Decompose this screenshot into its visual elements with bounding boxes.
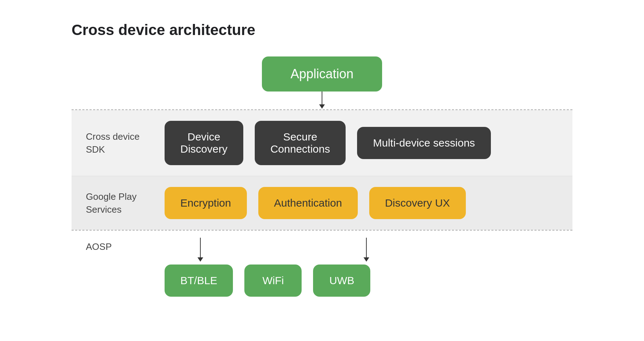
page-container: Cross device architecture Application Cr… (72, 21, 572, 297)
aosp-section: AOSP (72, 231, 572, 297)
sdk-label: Cross device SDK (72, 130, 157, 156)
aosp-label: AOSP (72, 238, 157, 252)
left-arrow-col (165, 238, 236, 265)
right-arrow-col (331, 238, 402, 265)
gps-label: Google Play Services (72, 190, 157, 216)
gps-section: Google Play Services Encryption Authenti… (72, 176, 572, 230)
authentication-box: Authentication (258, 187, 358, 219)
uwb-box: UWB (313, 265, 370, 297)
app-to-sdk-arrow (72, 92, 572, 109)
sdk-boxes: Device Discovery Secure Connections Mult… (157, 121, 572, 165)
bt-ble-box: BT/BLE (165, 265, 233, 297)
aosp-arrows-boxes (165, 238, 572, 265)
application-row: Application (72, 56, 572, 92)
wifi-box: WiFi (244, 265, 302, 297)
bottom-boxes-row: BT/BLE WiFi UWB (165, 265, 572, 297)
application-box: Application (262, 56, 382, 92)
diagram: Application Cross device SDK Device Disc… (72, 56, 572, 297)
multi-device-sessions-box: Multi-device sessions (357, 127, 491, 159)
page-title: Cross device architecture (72, 21, 572, 39)
secure-connections-box: Secure Connections (255, 121, 346, 165)
discovery-ux-box: Discovery UX (369, 187, 466, 219)
sdk-section: Cross device SDK Device Discovery Secure… (72, 110, 572, 176)
encryption-box: Encryption (165, 187, 247, 219)
gps-boxes: Encryption Authentication Discovery UX (157, 187, 572, 219)
aosp-right: BT/BLE WiFi UWB (157, 238, 572, 297)
device-discovery-box: Device Discovery (165, 121, 243, 165)
